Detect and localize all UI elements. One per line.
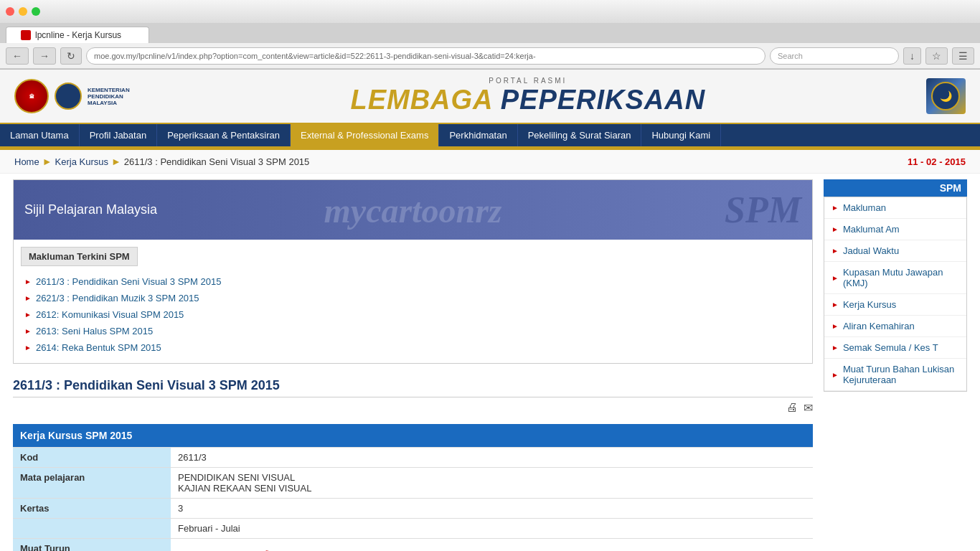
value-kertas: 3 [171, 499, 813, 519]
breadcrumb-home[interactable]: Home [14, 156, 39, 167]
table-header-row: Kerja Kursus SPM 2015 [13, 424, 813, 448]
browser-toolbar: ← → ↻ moe.gov.my/lpcnline/v1/index.php?o… [0, 43, 980, 69]
breadcrumb: Home ► Kerja Kursus ► 2611/3 : Pendidika… [14, 156, 309, 167]
browser-chrome: lpcnline - Kerja Kursus ← → ↻ moe.gov.my… [0, 0, 980, 70]
logo-secondary-icon [55, 83, 82, 110]
site-header: 🏛 KEMENTERIAN PENDIDIKAN MALAYSIA PORTAL… [0, 70, 980, 124]
website-content: 🏛 KEMENTERIAN PENDIDIKAN MALAYSIA PORTAL… [0, 70, 980, 551]
value-kod: 2611/3 [171, 448, 813, 468]
label-mata-pelajaran: Mata pelajaran [13, 468, 171, 499]
value-mata-pelajaran: PENDIDIKAN SENI VISUAL KAJIAN REKAAN SEN… [171, 468, 813, 499]
nav-perkhidmatan[interactable]: Perkhidmatan [439, 124, 517, 146]
terkini-header: Makluman Terkini SPM [21, 247, 138, 266]
tab-favicon [21, 30, 31, 40]
menu-button[interactable]: ☰ [952, 47, 974, 65]
table-row-kod: Kod 2611/3 [13, 448, 813, 468]
sidebar-label-kerja-kursus: Kerja Kursus [843, 299, 896, 310]
nav-profil-jabatan[interactable]: Profil Jabatan [80, 124, 158, 146]
nav-external-exams[interactable]: External & Professional Exams [291, 124, 439, 146]
terkini-item-1[interactable]: ► 2611/3 : Pendidikan Seni Visual 3 SPM … [24, 273, 801, 290]
win-close-btn[interactable] [6, 7, 14, 16]
download-button[interactable]: ↓ [903, 47, 921, 65]
sidebar-item-muat-turun-bahan[interactable]: ► Muat Turun Bahan Lukisan Kejuruteraan [824, 359, 966, 391]
sidebar-label-semak-semula: Semak Semula / Kes T [843, 342, 938, 353]
label-muat-turun: Muat Turun [13, 539, 171, 552]
peperiksaan-text: PEPERIKSAAN [501, 85, 706, 115]
portal-title-area: PORTAL RASMI LEMBAGA PEPERIKSAAN [350, 77, 705, 116]
terkini-item-5[interactable]: ► 2614: Reka Bentuk SPM 2015 [24, 339, 801, 356]
sidebar-arrow-icon-7: ► [831, 344, 839, 352]
table-row-tarikh: Februari - Julai [13, 519, 813, 539]
table-row-kertas: Kertas 3 [13, 499, 813, 519]
win-maximize-btn[interactable] [32, 7, 40, 16]
terkini-item-2[interactable]: ► 2621/3 : Pendidikan Muzik 3 SPM 2015 [24, 290, 801, 306]
terkini-icon-4: ► [24, 327, 32, 335]
search-bar[interactable]: Search [770, 47, 899, 65]
sidebar-spm-badge: SPM [824, 179, 967, 197]
bookmark-button[interactable]: ☆ [925, 47, 948, 65]
terkini-item-3[interactable]: ► 2612: Komunikasi Visual SPM 2015 [24, 306, 801, 323]
sidebar-item-makluman[interactable]: ► Makluman [824, 197, 966, 219]
sidebar-menu: ► Makluman ► Maklumat Am ► Jadual Waktu … [824, 197, 967, 392]
mata-pelajaran-line2: KAJIAN REKAAN SENI VISUAL [178, 483, 806, 494]
value-muat-turun: KERJA KURSUS [171, 539, 813, 551]
print-icon[interactable]: 🖨 [786, 401, 798, 415]
kpm-line1: KEMENTERIAN [88, 87, 130, 93]
breadcrumb-kerja-kursus[interactable]: Kerja Kursus [55, 156, 108, 167]
sidebar-item-kmj[interactable]: ► Kupasan Mutu Jawapan (KMJ) [824, 262, 966, 294]
terkini-icon-5: ► [24, 344, 32, 352]
spm-watermark-overlay: mycartoonrz [324, 190, 501, 230]
refresh-button[interactable]: ↻ [60, 47, 82, 65]
breadcrumb-current: 2611/3 : Pendidikan Seni Visual 3 SPM 20… [124, 156, 310, 167]
terkini-section: Makluman Terkini SPM ► 2611/3 : Pendidik… [14, 240, 812, 363]
sidebar-arrow-icon-5: ► [831, 301, 839, 309]
sidebar-label-makluman: Makluman [843, 202, 886, 213]
main-content: Sijil Pelajaran Malaysia mycartoonrz SPM… [13, 179, 813, 551]
breadcrumb-sep-2: ► [111, 156, 121, 167]
sidebar-arrow-icon-1: ► [831, 204, 839, 212]
navigation-bar: Laman Utama Profil Jabatan Peperiksaan &… [0, 124, 980, 146]
lembaga-peperiksaan-title: LEMBAGA PEPERIKSAAN [350, 85, 705, 116]
info-table: Kerja Kursus SPM 2015 Kod 2611/3 Mata pe… [13, 424, 813, 551]
table-header-cell: Kerja Kursus SPM 2015 [13, 424, 813, 448]
table-row-muat-turun: Muat Turun KERJA KURSUS [13, 539, 813, 552]
terkini-item-4[interactable]: ► 2613: Seni Halus SPM 2015 [24, 323, 801, 339]
kpm-line3: MALAYSIA [88, 100, 130, 106]
sidebar-arrow-icon-2: ► [831, 225, 839, 233]
email-icon[interactable]: ✉ [804, 401, 813, 415]
sidebar-item-jadual-waktu[interactable]: ► Jadual Waktu [824, 240, 966, 262]
kpm-text: KEMENTERIAN PENDIDIKAN MALAYSIA [88, 87, 130, 106]
sidebar-item-kerja-kursus[interactable]: ► Kerja Kursus [824, 294, 966, 316]
sidebar-label-kmj: Kupasan Mutu Jawapan (KMJ) [843, 267, 959, 288]
spm-header: Sijil Pelajaran Malaysia mycartoonrz SPM [14, 180, 812, 240]
sidebar-item-semak-semula[interactable]: ► Semak Semula / Kes T [824, 337, 966, 359]
sidebar-arrow-icon-6: ► [831, 322, 839, 330]
back-button[interactable]: ← [6, 47, 29, 65]
sidebar-label-jadual-waktu: Jadual Waktu [843, 245, 899, 256]
table-row-mata-pelajaran: Mata pelajaran PENDIDIKAN SENI VISUAL KA… [13, 468, 813, 499]
terkini-list: ► 2611/3 : Pendidikan Seni Visual 3 SPM … [17, 270, 809, 359]
lembaga-text: LEMBAGA [350, 85, 492, 115]
browser-titlebar [0, 0, 980, 23]
address-text: moe.gov.my/lpcnline/v1/index.php?option=… [94, 52, 536, 60]
label-kertas: Kertas [13, 499, 171, 519]
sidebar-item-aliran-kemahiran[interactable]: ► Aliran Kemahiran [824, 316, 966, 337]
breadcrumb-sep-1: ► [42, 156, 52, 167]
sidebar-label-muat-turun-bahan: Muat Turun Bahan Lukisan Kejuruteraan [843, 364, 959, 385]
sidebar-item-maklumat-am[interactable]: ► Maklumat Am [824, 219, 966, 240]
emblem-icon: 🏛 [14, 79, 49, 113]
forward-button[interactable]: → [33, 47, 56, 65]
terkini-icon-3: ► [24, 311, 32, 319]
kpm-line2: PENDIDIKAN [88, 93, 130, 100]
header-logo-area: 🏛 KEMENTERIAN PENDIDIKAN MALAYSIA [14, 79, 130, 113]
browser-tab-active[interactable]: lpcnline - Kerja Kursus [6, 27, 149, 43]
sidebar-label-aliran-kemahiran: Aliran Kemahiran [843, 321, 915, 331]
address-bar[interactable]: moe.gov.my/lpcnline/v1/index.php?option=… [86, 47, 765, 65]
nav-hubungi-kami[interactable]: Hubungi Kami [641, 124, 721, 146]
nav-laman-utama[interactable]: Laman Utama [0, 124, 80, 146]
nav-pekeliling[interactable]: Pekeliling & Surat Siaran [518, 124, 642, 146]
header-right-logo: 🌙 [926, 78, 966, 114]
tools-row: 🖨 ✉ [13, 397, 813, 418]
win-minimize-btn[interactable] [19, 7, 27, 16]
nav-peperiksaan[interactable]: Peperiksaan & Pentaksiran [157, 124, 291, 146]
